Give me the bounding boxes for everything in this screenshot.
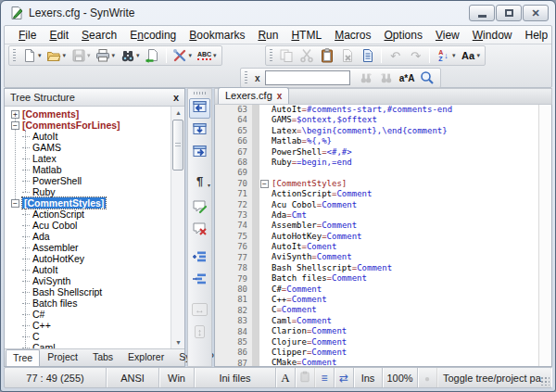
change-case-button[interactable]: Aa▾	[459, 46, 483, 65]
tree-item-assembler[interactable]: Assembler	[5, 242, 171, 253]
code-line[interactable]: C#=Comment	[272, 285, 538, 295]
sort-button[interactable]: AZ↓▾	[434, 46, 458, 65]
code-line[interactable]: Batch files=Comment	[272, 273, 538, 284]
minimize-button[interactable]	[469, 5, 495, 21]
validate-button[interactable]	[143, 46, 162, 65]
spellcheck-button[interactable]: ABC▾	[195, 46, 219, 65]
tree-item-acu-cobol[interactable]: Acu Cobol	[5, 220, 171, 231]
tree-item-c-[interactable]: C#	[5, 309, 171, 320]
code-line[interactable]: Bash Shellscript=Comment	[272, 263, 538, 273]
status-insert-mode[interactable]: Ins	[354, 368, 383, 387]
code-line[interactable]: C++=Comment	[272, 295, 538, 305]
code-line[interactable]: AutoIt=#comments-start,#comments-end	[272, 105, 538, 115]
code-text[interactable]: AutoIt=#comments-start,#comments-endGAMS…	[270, 105, 538, 366]
dropdown-arrow-icon[interactable]: ▾	[477, 52, 481, 59]
code-line[interactable]: AutoIt=Coment	[272, 242, 538, 252]
dropdown-arrow-icon[interactable]: ▾	[208, 182, 210, 188]
insert-text-button[interactable]	[358, 46, 377, 65]
maximize-button[interactable]	[496, 5, 522, 21]
menu-run[interactable]: Run	[251, 27, 284, 44]
menu-view[interactable]: View	[429, 27, 466, 44]
paste-button[interactable]	[317, 46, 336, 65]
menu-search[interactable]: Search	[75, 27, 123, 44]
code-line[interactable]: Ruby==begin,=end	[272, 158, 538, 168]
code-line[interactable]: [CommentStyles]	[272, 179, 538, 189]
new-file-button[interactable]: ▾	[19, 46, 44, 65]
status-zoom-level[interactable]: 100%	[383, 368, 418, 387]
editor-tab-lexers[interactable]: Lexers.cfg x	[218, 87, 289, 104]
code-line[interactable]: Clipper=Comment	[272, 348, 538, 358]
panel-tab-tree[interactable]: Tree	[6, 349, 40, 366]
print-button[interactable]: ▾	[94, 46, 118, 65]
tree-item-ada[interactable]: Ada	[5, 231, 171, 242]
tree-item-autoit[interactable]: AutoIt	[5, 264, 171, 275]
dropdown-arrow-icon[interactable]: ▾	[213, 52, 217, 59]
fold-collapse-icon[interactable]: −	[260, 180, 269, 188]
scroll-up-icon[interactable]: ▲	[171, 107, 184, 119]
tree-item-matlab[interactable]: Matlab	[5, 164, 171, 175]
tree-item-batch-files[interactable]: Batch files	[5, 297, 171, 309]
indent-decrease-button[interactable]	[189, 271, 210, 291]
status-font-indicator[interactable]: A	[276, 368, 296, 387]
case-sensitive-button[interactable]: a*A	[398, 69, 417, 87]
tree-item-c[interactable]: C	[5, 331, 171, 342]
status-lexer[interactable]: Ini files	[195, 368, 276, 387]
menu-options[interactable]: Options	[378, 27, 429, 44]
show-nonprinted-button[interactable]: ¶▾	[189, 171, 210, 191]
code-line[interactable]: Latex=\begin{comment},\end{comment}	[272, 126, 538, 136]
tree-scrollbar[interactable]: ▲ ▼	[171, 107, 184, 348]
tree-item-c-[interactable]: C++	[5, 320, 171, 331]
menu-window[interactable]: Window	[466, 27, 519, 44]
focus-tree-button[interactable]	[189, 98, 210, 119]
status-encoding[interactable]: ANSI	[107, 368, 159, 387]
status-caret-position[interactable]: 77 : 49 (255)	[5, 368, 107, 387]
tree-panel-close-icon[interactable]: x	[173, 92, 179, 103]
code-line[interactable]: Acu Cobol=Comment	[272, 200, 538, 210]
indent-increase-button[interactable]	[189, 248, 210, 269]
panel-tab-project[interactable]: Project	[40, 348, 85, 366]
menu-encoding[interactable]: Encoding	[123, 27, 183, 44]
menu-file[interactable]: File	[12, 27, 43, 44]
comment-add-button[interactable]	[189, 198, 210, 219]
quick-search-close-icon[interactable]: x	[251, 73, 264, 83]
panel-tab-explorer[interactable]: Explorer	[120, 348, 171, 366]
dropdown-arrow-icon[interactable]: ▾	[136, 52, 140, 59]
open-file-button[interactable]: ▾	[44, 46, 69, 65]
code-line[interactable]: Assembler=Comment	[272, 221, 538, 231]
menu-edit[interactable]: Edit	[43, 27, 75, 44]
menu-macros[interactable]: Macros	[328, 27, 377, 44]
editor-scrollbar[interactable]	[538, 105, 551, 366]
tree-item-autohotkey[interactable]: AutoHotKey	[5, 253, 171, 264]
dropdown-arrow-icon[interactable]: ▾	[38, 52, 42, 59]
zoom-search-button[interactable]	[418, 69, 437, 87]
tree-item-latex[interactable]: Latex	[5, 153, 171, 164]
status-fold-indicator[interactable]: ⇄	[335, 368, 354, 387]
tree-item-commentsforlines[interactable]: −[CommentsForLines]	[5, 120, 171, 131]
code-line[interactable]: AutoHotKey=Comment	[272, 232, 538, 242]
line-number-gutter[interactable]: 6364656667686970717273747576777879808182…	[215, 105, 252, 366]
resize-grip[interactable]	[540, 376, 550, 386]
dropdown-arrow-icon[interactable]: ▾	[452, 52, 456, 59]
dropdown-arrow-icon[interactable]: ▾	[112, 52, 116, 59]
tree-item-avisynth[interactable]: AviSynth	[5, 275, 171, 286]
panel-tab-tabs[interactable]: Tabs	[85, 348, 120, 366]
code-line[interactable]: CMake=Comment	[272, 358, 538, 366]
code-line[interactable]: Clarion=Comment	[272, 326, 538, 336]
code-line[interactable]	[272, 168, 538, 178]
panel-down-button[interactable]	[189, 120, 210, 141]
code-line[interactable]: Caml=Comment	[272, 316, 538, 326]
code-line[interactable]: Clojure=Comment	[272, 337, 538, 348]
find-button[interactable]: ▾	[118, 46, 142, 65]
tree-item-bash-shellscript[interactable]: Bash Shellscript	[5, 286, 171, 297]
scroll-down-icon[interactable]: ▼	[171, 336, 184, 348]
tab-close-icon[interactable]: x	[277, 91, 283, 101]
tree-item-comments[interactable]: +[Comments]	[5, 108, 171, 120]
menu-bookmarks[interactable]: Bookmarks	[183, 27, 251, 44]
tree-item-autoit[interactable]: AutoIt	[5, 131, 171, 142]
code-line[interactable]: AviSynth=Comment	[272, 252, 538, 262]
tools-button[interactable]: ▾	[171, 46, 195, 65]
dropdown-arrow-icon[interactable]: ▾	[189, 52, 193, 59]
code-line[interactable]: GAMS=$ontext,$offtext	[272, 115, 538, 125]
code-line[interactable]: Ada=Cmt	[272, 210, 538, 221]
menu-html[interactable]: HTML	[284, 27, 328, 44]
